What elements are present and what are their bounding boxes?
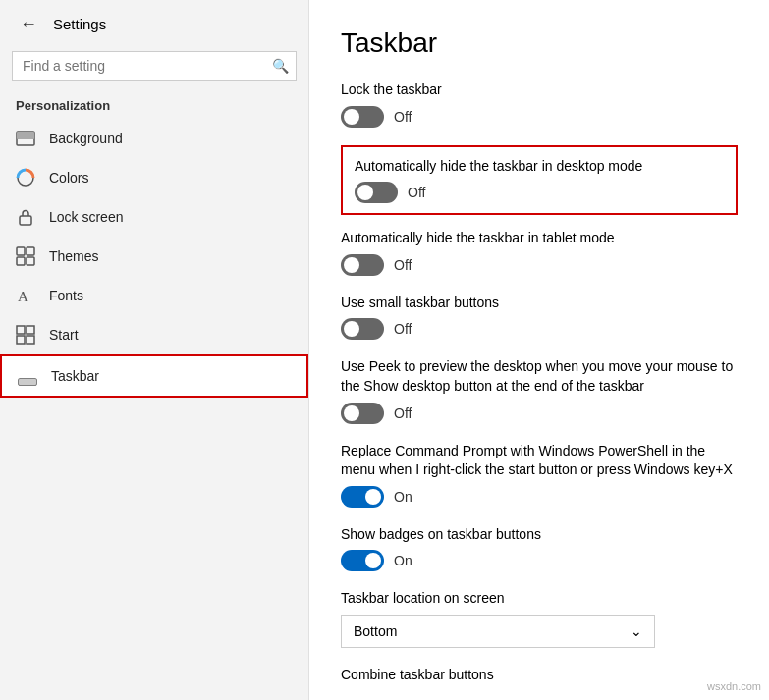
peek-toggle[interactable] xyxy=(341,403,384,424)
sidebar-item-label: Taskbar xyxy=(51,368,99,384)
setting-lock-taskbar: Lock the taskbar Off xyxy=(341,81,738,128)
sidebar-title-label: Settings xyxy=(53,16,106,32)
sidebar-item-label: Background xyxy=(49,131,123,146)
lock-taskbar-toggle[interactable] xyxy=(341,106,384,128)
badges-toggle[interactable] xyxy=(341,550,384,571)
sidebar-item-label: Lock screen xyxy=(49,209,123,225)
taskbar-icon xyxy=(18,366,37,386)
small-buttons-toggle[interactable] xyxy=(341,318,384,340)
svg-rect-14 xyxy=(19,379,36,385)
sidebar-item-fonts[interactable]: A Fonts xyxy=(0,276,308,315)
section-label: Personalization xyxy=(0,88,308,119)
search-input[interactable] xyxy=(12,51,297,81)
sidebar-item-taskbar[interactable]: Taskbar xyxy=(0,354,308,398)
setting-taskbar-location: Taskbar location on screen Bottom ⌄ xyxy=(341,589,738,648)
background-icon xyxy=(16,129,35,148)
peek-state: Off xyxy=(394,405,412,421)
auto-hide-desktop-label: Automatically hide the taskbar in deskto… xyxy=(355,157,724,177)
search-box: 🔍 xyxy=(12,51,297,81)
themes-icon xyxy=(16,246,35,266)
badges-label: Show badges on taskbar buttons xyxy=(341,525,738,545)
taskbar-location-label: Taskbar location on screen xyxy=(341,589,738,609)
lock-icon xyxy=(16,207,35,227)
svg-rect-11 xyxy=(17,336,25,344)
sidebar-item-start[interactable]: Start xyxy=(0,315,308,354)
svg-rect-3 xyxy=(20,216,31,225)
setting-replace-cmd: Replace Command Prompt with Windows Powe… xyxy=(341,442,738,508)
auto-hide-tablet-state: Off xyxy=(394,257,412,273)
start-icon xyxy=(16,325,35,345)
setting-small-buttons: Use small taskbar buttons Off xyxy=(341,294,738,341)
setting-badges: Show badges on taskbar buttons On xyxy=(341,525,738,572)
sidebar-item-label: Themes xyxy=(49,248,99,264)
replace-cmd-label: Replace Command Prompt with Windows Powe… xyxy=(341,442,738,480)
svg-text:A: A xyxy=(18,289,28,304)
page-title: Taskbar xyxy=(341,27,738,59)
back-icon: ← xyxy=(20,14,37,34)
replace-cmd-state: On xyxy=(394,489,412,505)
svg-rect-7 xyxy=(27,257,34,265)
auto-hide-desktop-toggle[interactable] xyxy=(355,182,398,203)
lock-taskbar-label: Lock the taskbar xyxy=(341,81,738,100)
peek-label: Use Peek to preview the desktop when you… xyxy=(341,357,738,396)
main-content: Taskbar Lock the taskbar Off Automatical… xyxy=(309,0,769,700)
sidebar-item-background[interactable]: Background xyxy=(0,119,308,158)
svg-rect-1 xyxy=(17,132,34,139)
auto-hide-desktop-state: Off xyxy=(408,185,425,200)
taskbar-location-value: Bottom xyxy=(354,623,397,639)
back-button[interactable]: ← xyxy=(16,10,41,38)
sidebar-item-colors[interactable]: Colors xyxy=(0,158,308,197)
svg-rect-10 xyxy=(27,326,34,334)
sidebar-item-themes[interactable]: Themes xyxy=(0,237,308,276)
small-buttons-state: Off xyxy=(394,321,412,337)
setting-auto-hide-desktop: Automatically hide the taskbar in deskto… xyxy=(341,145,738,216)
setting-peek: Use Peek to preview the desktop when you… xyxy=(341,357,738,423)
badges-state: On xyxy=(394,553,412,568)
small-buttons-label: Use small taskbar buttons xyxy=(341,294,738,313)
replace-cmd-toggle[interactable] xyxy=(341,486,384,508)
sidebar: ← Settings 🔍 Personalization Background … xyxy=(0,0,309,700)
watermark: wsxdn.com xyxy=(707,680,761,692)
sidebar-header: ← Settings xyxy=(0,0,308,47)
svg-rect-9 xyxy=(17,326,25,334)
setting-combine-taskbar: Combine taskbar buttons xyxy=(341,666,738,685)
sidebar-item-label: Start xyxy=(49,327,79,343)
combine-taskbar-label: Combine taskbar buttons xyxy=(341,666,738,685)
taskbar-location-dropdown[interactable]: Bottom ⌄ xyxy=(341,615,655,648)
chevron-down-icon: ⌄ xyxy=(631,623,642,639)
sidebar-item-label: Colors xyxy=(49,170,88,186)
auto-hide-tablet-toggle[interactable] xyxy=(341,254,384,276)
svg-rect-5 xyxy=(27,247,34,255)
svg-rect-12 xyxy=(27,336,34,344)
lock-taskbar-state: Off xyxy=(394,109,412,125)
auto-hide-tablet-label: Automatically hide the taskbar in tablet… xyxy=(341,229,738,248)
search-icon: 🔍 xyxy=(272,58,289,74)
sidebar-item-label: Fonts xyxy=(49,288,83,303)
colors-icon xyxy=(16,168,35,188)
svg-rect-4 xyxy=(17,247,25,255)
fonts-icon: A xyxy=(16,286,35,305)
setting-auto-hide-tablet: Automatically hide the taskbar in tablet… xyxy=(341,229,738,276)
svg-rect-6 xyxy=(17,257,25,265)
sidebar-item-lock-screen[interactable]: Lock screen xyxy=(0,197,308,237)
